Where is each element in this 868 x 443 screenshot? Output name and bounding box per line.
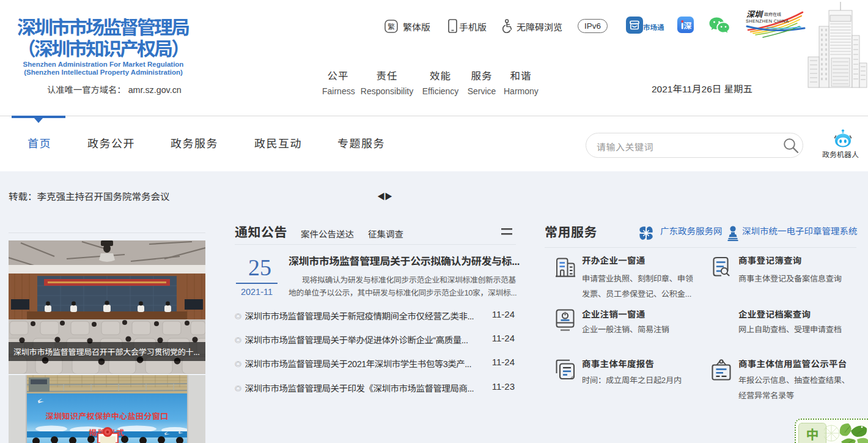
svg-text:深圳知识产权保护中心盐田分窗口: 深圳知识产权保护中心盐田分窗口 [46, 410, 169, 422]
svg-text:深: 深 [683, 20, 691, 31]
svg-text:繁: 繁 [388, 21, 395, 31]
svg-text:深圳市市场监督管理局召开干部大会学习贯彻党的十...: 深圳市市场监督管理局召开干部大会学习贯彻党的十... [13, 346, 200, 357]
svg-text:政府在线: 政府在线 [764, 11, 781, 17]
svg-text:SHENZHEN CHINA: SHENZHEN CHINA [746, 18, 789, 24]
